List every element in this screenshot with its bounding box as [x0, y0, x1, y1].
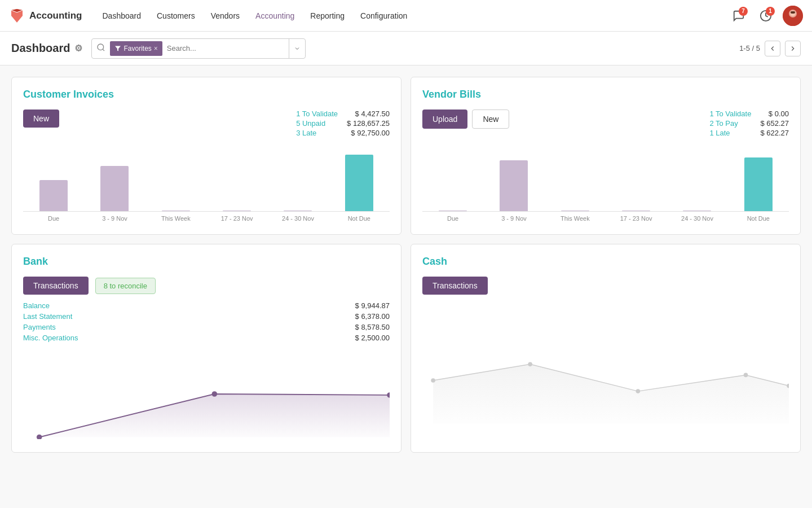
user-avatar[interactable]: [783, 6, 803, 26]
nav-item-dashboard[interactable]: Dashboard: [96, 8, 148, 24]
bank-transactions-btn[interactable]: Transactions: [23, 277, 89, 295]
bank-stat-label-2[interactable]: Payments: [23, 323, 211, 331]
cash-header: Transactions: [422, 277, 789, 295]
app-name: Accounting: [29, 10, 82, 21]
vendor-bills-header: Upload New 1 To Validate $ 0.00 2 To Pay…: [422, 110, 789, 137]
clock-badge: 1: [766, 7, 775, 16]
chat-button[interactable]: 7: [729, 6, 749, 26]
vb-bar-17-23nov: [622, 211, 650, 211]
bar-label-5: Not Due: [329, 215, 390, 222]
ci-stat-label-1[interactable]: 5 Unpaid: [296, 119, 338, 128]
vendor-bills-stats: 1 To Validate $ 0.00 2 To Pay $ 652.27 1…: [709, 110, 789, 137]
nav-item-reporting[interactable]: Reporting: [303, 8, 351, 24]
bank-stat-label-3[interactable]: Misc. Operations: [23, 334, 211, 342]
bar-col-2: [145, 211, 206, 211]
vb-bar-col-3: [606, 211, 667, 211]
vb-bar-label-0: Due: [422, 215, 483, 222]
svg-point-17: [528, 362, 532, 367]
customer-invoices-chart: Due 3 - 9 Nov This Week 17 - 23 Nov 24 -…: [23, 144, 390, 223]
filter-label: Favorites: [123, 45, 151, 52]
customer-invoices-new-btn[interactable]: New: [23, 110, 59, 128]
ci-stat-value-1: $ 128,657.25: [347, 119, 390, 128]
bar-col-0: [23, 180, 84, 211]
nav-item-vendors[interactable]: Vendors: [204, 8, 246, 24]
customer-invoices-card: Customer Invoices New 1 To Validate $ 4,…: [11, 77, 401, 235]
vb-bar-label-2: This Week: [545, 215, 606, 222]
bank-stat-value-1: $ 6,378.00: [222, 312, 390, 321]
vendor-bills-upload-btn[interactable]: Upload: [422, 110, 467, 129]
vb-bar-24-30nov: [683, 211, 711, 211]
vendor-bills-buttons: Upload New: [422, 110, 509, 129]
filter-icon: [114, 45, 121, 52]
vb-stat-label-2[interactable]: 1 Late: [709, 129, 751, 137]
svg-point-8: [98, 44, 104, 50]
vb-bar-col-0: [422, 211, 483, 211]
search-dropdown-btn[interactable]: [289, 39, 305, 58]
bar-col-3: [206, 211, 267, 211]
bar-17-23nov: [223, 211, 251, 211]
vb-bar-notdue: [744, 157, 773, 211]
svg-point-18: [636, 389, 641, 393]
bank-stat-label-1[interactable]: Last Statement: [23, 312, 211, 321]
nav-item-customers[interactable]: Customers: [150, 8, 202, 24]
logo-icon: [9, 8, 25, 24]
vendor-bills-card: Vendor Bills Upload New 1 To Validate $ …: [411, 77, 801, 235]
bank-stat-value-3: $ 2,500.00: [222, 334, 390, 342]
search-input[interactable]: [162, 42, 289, 55]
bar-label-0: Due: [23, 215, 84, 222]
vb-stat-value-2: $ 622.27: [760, 129, 789, 137]
customer-invoices-stats: 1 To Validate $ 4,427.50 5 Unpaid $ 128,…: [296, 110, 390, 137]
bar-label-2: This Week: [145, 215, 206, 222]
filter-close-btn[interactable]: ×: [154, 45, 158, 52]
vb-bar-3-9nov: [500, 160, 528, 211]
bank-reconcile-badge[interactable]: 8 to reconcile: [95, 278, 156, 294]
nav-menu: Dashboard Customers Vendors Accounting R…: [96, 8, 729, 24]
vb-stat-label-0[interactable]: 1 To Validate: [709, 110, 751, 118]
customer-invoices-buttons: New: [23, 110, 59, 128]
svg-line-9: [103, 49, 105, 51]
customer-invoices-title: Customer Invoices: [23, 89, 390, 100]
prev-page-btn[interactable]: [765, 41, 780, 56]
bar-notdue: [345, 155, 373, 211]
svg-marker-15: [433, 364, 789, 423]
nav-right-section: 7 1: [729, 6, 803, 26]
bank-header: Transactions 8 to reconcile: [23, 277, 390, 295]
bar-col-5: [329, 155, 390, 211]
nav-item-accounting[interactable]: Accounting: [249, 8, 301, 24]
bar-col-4: [267, 211, 328, 211]
ci-stat-label-0[interactable]: 1 To Validate: [296, 110, 338, 118]
app-logo[interactable]: Accounting: [9, 8, 82, 24]
search-icon: [92, 43, 110, 54]
cash-transactions-btn[interactable]: Transactions: [422, 277, 488, 295]
bank-stat-label-0[interactable]: Balance: [23, 301, 211, 310]
svg-rect-7: [791, 11, 795, 14]
cash-title: Cash: [422, 256, 789, 268]
svg-point-12: [37, 435, 42, 439]
bank-title: Bank: [23, 256, 390, 268]
filter-tag: Favorites ×: [110, 41, 162, 56]
vb-bar-label-5: Not Due: [728, 215, 789, 222]
svg-point-19: [744, 373, 748, 378]
ci-stat-label-2[interactable]: 3 Late: [296, 129, 338, 137]
next-page-btn[interactable]: [785, 41, 801, 56]
vb-bar-due: [439, 211, 467, 211]
vb-stat-value-1: $ 652.27: [760, 119, 789, 128]
bar-label-1: 3 - 9 Nov: [84, 215, 145, 222]
pagination: 1-5 / 5: [739, 41, 801, 56]
bar-label-4: 24 - 30 Nov: [267, 215, 328, 222]
bank-stat-value-0: $ 9,944.87: [222, 301, 390, 310]
clock-button[interactable]: 1: [756, 6, 776, 26]
vb-bar-col-4: [667, 211, 727, 211]
page-title: Dashboard ⚙: [11, 42, 82, 55]
bar-24-30nov: [284, 211, 312, 211]
vb-stat-label-1[interactable]: 2 To Pay: [709, 119, 751, 128]
bar-col-1: [84, 166, 145, 211]
bank-stat-value-2: $ 8,578.50: [222, 323, 390, 331]
bar-label-3: 17 - 23 Nov: [206, 215, 267, 222]
vendor-bills-new-btn[interactable]: New: [472, 110, 509, 129]
vendor-bills-chart: Due 3 - 9 Nov This Week 17 - 23 Nov 24 -…: [422, 144, 789, 223]
nav-item-configuration[interactable]: Configuration: [354, 8, 414, 24]
toolbar: Dashboard ⚙ Favorites × 1-5 / 5: [0, 32, 812, 65]
top-nav: Accounting Dashboard Customers Vendors A…: [0, 0, 812, 32]
settings-gear-icon[interactable]: ⚙: [74, 43, 82, 54]
